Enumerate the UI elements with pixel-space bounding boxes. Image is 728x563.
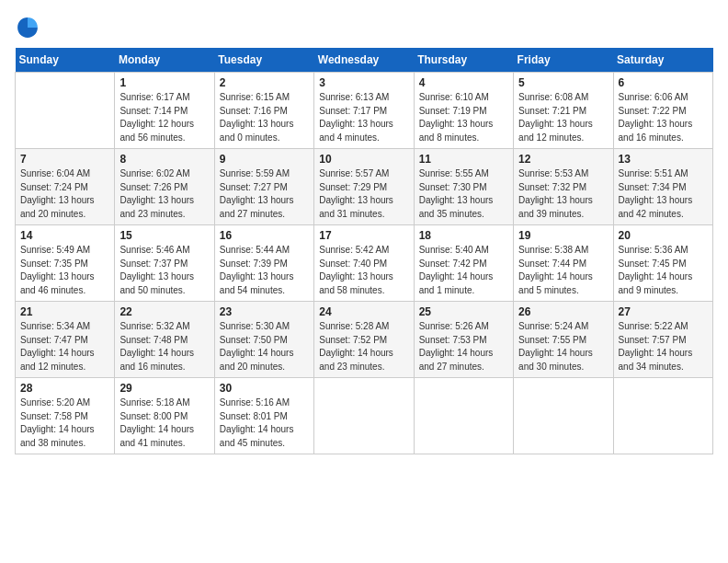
day-info: Sunrise: 5:57 AM Sunset: 7:29 PM Dayligh… bbox=[319, 167, 408, 221]
day-number: 2 bbox=[220, 76, 309, 89]
day-info: Sunrise: 5:59 AM Sunset: 7:27 PM Dayligh… bbox=[220, 167, 309, 221]
week-row-1: 1Sunrise: 6:17 AM Sunset: 7:14 PM Daylig… bbox=[16, 73, 713, 149]
day-header-friday: Friday bbox=[514, 48, 613, 73]
day-info: Sunrise: 5:51 AM Sunset: 7:34 PM Dayligh… bbox=[619, 167, 708, 221]
calendar-cell: 15Sunrise: 5:46 AM Sunset: 7:37 PM Dayli… bbox=[115, 225, 214, 302]
day-header-monday: Monday bbox=[115, 48, 214, 73]
day-info: Sunrise: 6:02 AM Sunset: 7:26 PM Dayligh… bbox=[119, 167, 209, 221]
day-number: 4 bbox=[419, 76, 508, 89]
calendar-cell bbox=[613, 378, 712, 454]
days-header-row: SundayMondayTuesdayWednesdayThursdayFrid… bbox=[16, 48, 713, 73]
calendar-cell: 23Sunrise: 5:30 AM Sunset: 7:50 PM Dayli… bbox=[214, 302, 313, 378]
day-number: 15 bbox=[119, 229, 209, 242]
calendar-cell: 25Sunrise: 5:26 AM Sunset: 7:53 PM Dayli… bbox=[414, 302, 513, 378]
day-number: 16 bbox=[220, 229, 309, 242]
day-info: Sunrise: 5:20 AM Sunset: 7:58 PM Dayligh… bbox=[20, 396, 109, 450]
day-header-saturday: Saturday bbox=[613, 48, 712, 73]
day-info: Sunrise: 6:06 AM Sunset: 7:22 PM Dayligh… bbox=[619, 91, 708, 144]
day-number: 11 bbox=[419, 153, 508, 166]
day-number: 5 bbox=[518, 76, 608, 89]
calendar-cell: 11Sunrise: 5:55 AM Sunset: 7:30 PM Dayli… bbox=[414, 149, 513, 225]
day-number: 17 bbox=[319, 229, 408, 242]
day-number: 22 bbox=[119, 305, 209, 318]
day-info: Sunrise: 5:44 AM Sunset: 7:39 PM Dayligh… bbox=[220, 244, 309, 297]
day-info: Sunrise: 5:55 AM Sunset: 7:30 PM Dayligh… bbox=[419, 167, 508, 221]
day-info: Sunrise: 5:42 AM Sunset: 7:40 PM Dayligh… bbox=[319, 244, 408, 297]
day-number: 26 bbox=[518, 305, 608, 318]
day-number: 28 bbox=[20, 382, 109, 395]
calendar-cell: 13Sunrise: 5:51 AM Sunset: 7:34 PM Dayli… bbox=[613, 149, 712, 225]
day-number: 3 bbox=[319, 76, 408, 89]
calendar-cell: 29Sunrise: 5:18 AM Sunset: 8:00 PM Dayli… bbox=[115, 378, 214, 454]
day-number: 8 bbox=[119, 153, 209, 166]
week-row-4: 21Sunrise: 5:34 AM Sunset: 7:47 PM Dayli… bbox=[16, 302, 713, 378]
day-number: 27 bbox=[619, 305, 708, 318]
day-info: Sunrise: 5:30 AM Sunset: 7:50 PM Dayligh… bbox=[220, 320, 309, 373]
day-info: Sunrise: 5:53 AM Sunset: 7:32 PM Dayligh… bbox=[518, 167, 608, 221]
day-info: Sunrise: 6:04 AM Sunset: 7:24 PM Dayligh… bbox=[20, 167, 109, 221]
day-number: 14 bbox=[20, 229, 109, 242]
day-info: Sunrise: 6:13 AM Sunset: 7:17 PM Dayligh… bbox=[319, 91, 408, 144]
calendar-cell: 21Sunrise: 5:34 AM Sunset: 7:47 PM Dayli… bbox=[16, 302, 115, 378]
day-info: Sunrise: 5:28 AM Sunset: 7:52 PM Dayligh… bbox=[319, 320, 408, 373]
week-row-5: 28Sunrise: 5:20 AM Sunset: 7:58 PM Dayli… bbox=[16, 378, 713, 454]
day-info: Sunrise: 5:32 AM Sunset: 7:48 PM Dayligh… bbox=[119, 320, 209, 373]
day-number: 25 bbox=[419, 305, 508, 318]
calendar-cell: 7Sunrise: 6:04 AM Sunset: 7:24 PM Daylig… bbox=[16, 149, 115, 225]
calendar-cell bbox=[414, 378, 513, 454]
calendar-cell: 1Sunrise: 6:17 AM Sunset: 7:14 PM Daylig… bbox=[115, 73, 214, 149]
day-info: Sunrise: 5:46 AM Sunset: 7:37 PM Dayligh… bbox=[119, 244, 209, 297]
calendar-cell: 24Sunrise: 5:28 AM Sunset: 7:52 PM Dayli… bbox=[314, 302, 414, 378]
week-row-2: 7Sunrise: 6:04 AM Sunset: 7:24 PM Daylig… bbox=[16, 149, 713, 225]
day-header-tuesday: Tuesday bbox=[214, 48, 313, 73]
calendar-cell: 9Sunrise: 5:59 AM Sunset: 7:27 PM Daylig… bbox=[214, 149, 313, 225]
calendar-cell: 14Sunrise: 5:49 AM Sunset: 7:35 PM Dayli… bbox=[16, 225, 115, 302]
calendar-cell: 10Sunrise: 5:57 AM Sunset: 7:29 PM Dayli… bbox=[314, 149, 414, 225]
calendar-cell: 16Sunrise: 5:44 AM Sunset: 7:39 PM Dayli… bbox=[214, 225, 313, 302]
day-info: Sunrise: 5:18 AM Sunset: 8:00 PM Dayligh… bbox=[119, 396, 209, 450]
day-number: 23 bbox=[220, 305, 309, 318]
day-info: Sunrise: 5:26 AM Sunset: 7:53 PM Dayligh… bbox=[419, 320, 508, 373]
calendar-cell: 12Sunrise: 5:53 AM Sunset: 7:32 PM Dayli… bbox=[514, 149, 613, 225]
calendar-cell: 8Sunrise: 6:02 AM Sunset: 7:26 PM Daylig… bbox=[115, 149, 214, 225]
day-number: 1 bbox=[119, 76, 209, 89]
day-number: 20 bbox=[619, 229, 708, 242]
day-info: Sunrise: 5:38 AM Sunset: 7:44 PM Dayligh… bbox=[518, 244, 608, 297]
day-info: Sunrise: 6:08 AM Sunset: 7:21 PM Dayligh… bbox=[518, 91, 608, 144]
day-number: 18 bbox=[419, 229, 508, 242]
day-info: Sunrise: 5:22 AM Sunset: 7:57 PM Dayligh… bbox=[619, 320, 708, 373]
calendar-cell bbox=[16, 73, 115, 149]
day-info: Sunrise: 5:40 AM Sunset: 7:42 PM Dayligh… bbox=[419, 244, 508, 297]
calendar-cell: 20Sunrise: 5:36 AM Sunset: 7:45 PM Dayli… bbox=[613, 225, 712, 302]
calendar-cell: 17Sunrise: 5:42 AM Sunset: 7:40 PM Dayli… bbox=[314, 225, 414, 302]
logo-icon bbox=[15, 15, 40, 40]
day-info: Sunrise: 5:36 AM Sunset: 7:45 PM Dayligh… bbox=[619, 244, 708, 297]
day-header-wednesday: Wednesday bbox=[314, 48, 414, 73]
calendar-cell bbox=[514, 378, 613, 454]
day-info: Sunrise: 5:34 AM Sunset: 7:47 PM Dayligh… bbox=[20, 320, 109, 373]
day-number: 6 bbox=[619, 76, 708, 89]
calendar-cell bbox=[314, 378, 414, 454]
week-row-3: 14Sunrise: 5:49 AM Sunset: 7:35 PM Dayli… bbox=[16, 225, 713, 302]
day-number: 30 bbox=[220, 382, 309, 395]
logo bbox=[15, 15, 44, 40]
day-info: Sunrise: 5:49 AM Sunset: 7:35 PM Dayligh… bbox=[20, 244, 109, 297]
day-number: 7 bbox=[20, 153, 109, 166]
calendar-cell: 3Sunrise: 6:13 AM Sunset: 7:17 PM Daylig… bbox=[314, 73, 414, 149]
header bbox=[15, 15, 713, 40]
calendar-cell: 26Sunrise: 5:24 AM Sunset: 7:55 PM Dayli… bbox=[514, 302, 613, 378]
day-info: Sunrise: 5:16 AM Sunset: 8:01 PM Dayligh… bbox=[220, 396, 309, 450]
calendar-cell: 27Sunrise: 5:22 AM Sunset: 7:57 PM Dayli… bbox=[613, 302, 712, 378]
calendar-cell: 4Sunrise: 6:10 AM Sunset: 7:19 PM Daylig… bbox=[414, 73, 513, 149]
day-number: 9 bbox=[220, 153, 309, 166]
calendar-cell: 22Sunrise: 5:32 AM Sunset: 7:48 PM Dayli… bbox=[115, 302, 214, 378]
day-info: Sunrise: 6:10 AM Sunset: 7:19 PM Dayligh… bbox=[419, 91, 508, 144]
day-number: 12 bbox=[518, 153, 608, 166]
day-header-thursday: Thursday bbox=[414, 48, 513, 73]
calendar-cell: 2Sunrise: 6:15 AM Sunset: 7:16 PM Daylig… bbox=[214, 73, 313, 149]
calendar-table: SundayMondayTuesdayWednesdayThursdayFrid… bbox=[15, 48, 713, 454]
day-number: 13 bbox=[619, 153, 708, 166]
calendar-cell: 5Sunrise: 6:08 AM Sunset: 7:21 PM Daylig… bbox=[514, 73, 613, 149]
day-number: 21 bbox=[20, 305, 109, 318]
day-number: 24 bbox=[319, 305, 408, 318]
